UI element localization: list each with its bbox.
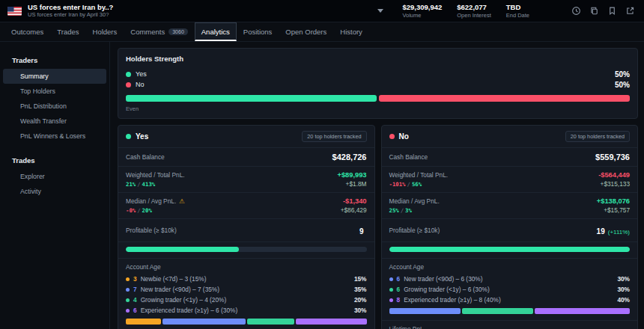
yes-account-age-section: Account Age 3 Newbie (<7d) – 3 (15%) 15%… [118,258,374,329]
percent-separator: / [407,181,410,188]
sidebar-item-explorer[interactable]: Explorer [3,169,106,184]
sidebar-item-activity[interactable]: Activity [3,184,106,199]
top-bar: US forces enter Iran by..? US forces ent… [0,0,644,22]
profitable-bar-track [389,247,631,252]
no-panel-title: No [399,132,409,141]
yes-dot-icon [126,134,131,139]
no-dot-icon [126,82,131,87]
account-age-item: 6 Growing trader (<1y) – 6 (30%) 30% [389,286,631,293]
market-subtitle: US forces enter Iran by April 30? [28,12,113,19]
median-pnl-value: +$138,076 [597,197,630,206]
percent-separator: / [137,181,140,188]
sidebar-item-top-holders[interactable]: Top Holders [3,84,106,99]
avg-pnl-value: +$86,429 [341,206,367,214]
tab-analytics[interactable]: Analytics [195,22,237,41]
share-icon[interactable] [625,6,635,16]
no-holders-tracked-badge: 20 top holders tracked [565,131,630,142]
tab-label: Outcomes [11,28,43,36]
sidebar-item-pnl-winners-losers[interactable]: PnL Winners & Losers [3,129,106,144]
growing-trader-dot-icon [389,288,393,292]
legend-yes-label: Yes [136,70,147,78]
total-pct: 413% [142,181,156,188]
tab-holders[interactable]: Holders [86,22,124,41]
median-pct: -0% [126,207,136,214]
account-age-item: 6 New trader (<90d) – 6 (30%) 30% [389,275,631,283]
profitable-label: Profitable (≥ $10k) [389,227,440,234]
item-percent: 30% [354,307,367,314]
us-flag-icon [7,6,22,16]
yes-cash-balance-row: Cash Balance $428,726 [118,147,374,166]
account-age-label: Account Age [389,263,631,271]
bar-segment [247,319,294,325]
sidebar-item-wealth-transfer[interactable]: Wealth Transfer [3,114,106,129]
open-interest-label: Open Interest [457,12,490,19]
sidebar-section-traders: Traders [0,52,109,69]
bar-segment [535,308,630,314]
analytics-main: Holders Strength Yes 50% No 50% Even [110,42,644,329]
tab-label: Holders [93,28,118,36]
no-lifetime-pnl-section: Lifetime PnL 1 Severe loss (<-$100k) – 1… [382,320,638,329]
item-text: New trader (<90d) – 6 (30%) [404,275,482,283]
end-date-value: TBD [506,3,529,11]
top-bar-actions [571,6,635,16]
weighted-pnl-value: -$564,449 [598,171,630,180]
volume-label: Volume [402,12,442,19]
open-interest-value: $622,077 [457,3,490,11]
newbie-dot-icon [126,277,130,281]
no-weighted-pnl-row: Weighted / Total PnL. -101%/56% -$564,44… [382,166,638,192]
no-panel-header: No 20 top holders tracked [382,126,638,147]
weighted-pct: -101% [389,181,406,188]
sidebar-item-summary[interactable]: Summary [3,69,106,84]
copy-icon[interactable] [589,6,599,16]
yes-dot-icon [126,72,131,77]
median-pct: 25% [389,207,399,214]
lifetime-pnl-label: Lifetime PnL [389,325,631,329]
sidebar-section-trades: Trades [0,153,109,169]
tab-label: Positions [243,28,273,36]
item-percent: 30% [617,275,630,283]
item-text: Experienced trader (≥1y) – 8 (40%) [404,296,501,304]
profitable-delta: (+111%) [608,229,630,236]
no-dot-icon [389,134,395,139]
median-pnl-percents: 25%/3% [389,207,443,214]
tab-outcomes[interactable]: Outcomes [4,22,50,41]
tab-label: Trades [57,28,79,36]
item-percent: 35% [354,286,367,293]
legend-no-label: No [136,81,145,88]
item-text: New trader (<90d) – 7 (35%) [141,286,219,293]
tab-trades[interactable]: Trades [50,22,85,41]
bar-segment [296,319,367,325]
clock-icon[interactable] [571,6,581,16]
yes-weighted-pnl-row: Weighted / Total PnL. 21%/413% +$89,993 … [118,166,374,192]
item-text: Growing trader (<1y) – 6 (30%) [404,286,490,293]
holders-strength-bar [126,95,630,102]
tab-history[interactable]: History [333,22,369,41]
no-profitable-bar-row [382,242,638,258]
weighted-pnl-label: Weighted / Total PnL. [389,171,449,179]
profitable-bar-track [126,247,367,252]
tab-label: Open Orders [285,28,326,36]
item-text: Experienced trader (≥1y) – 6 (30%) [141,307,238,314]
cash-balance-label: Cash Balance [126,153,165,161]
bar-segment [162,319,245,325]
sidebar-item-pnl-distribution[interactable]: PnL Distribution [3,99,106,114]
weighted-pnl-percents: -101%/56% [389,181,449,188]
no-median-pnl-row: Median / Avg PnL. 25%/3% +$138,076 +$15,… [382,192,638,218]
tab-comments[interactable]: Comments 3060 [124,22,195,41]
weighted-pnl-percents: 21%/413% [126,181,185,188]
account-age-stacked-bar [389,308,631,314]
outcome-selector-button[interactable] [375,6,386,16]
tab-positions[interactable]: Positions [237,22,279,41]
total-pct: 56% [412,181,422,188]
bookmark-icon[interactable] [607,6,617,16]
item-percent: 20% [354,296,367,304]
no-bar-segment [379,95,630,102]
cash-balance-value: $559,736 [595,153,630,162]
account-age-item: 7 New trader (<90d) – 7 (35%) 35% [126,286,367,293]
tab-label: Comments [130,28,165,36]
legend-no-row: No 50% [126,79,630,90]
cash-balance-label: Cash Balance [389,153,428,161]
tab-open-orders[interactable]: Open Orders [279,22,333,41]
bar-segment [462,308,533,314]
holders-strength-card: Holders Strength Yes 50% No 50% Even [118,48,638,119]
